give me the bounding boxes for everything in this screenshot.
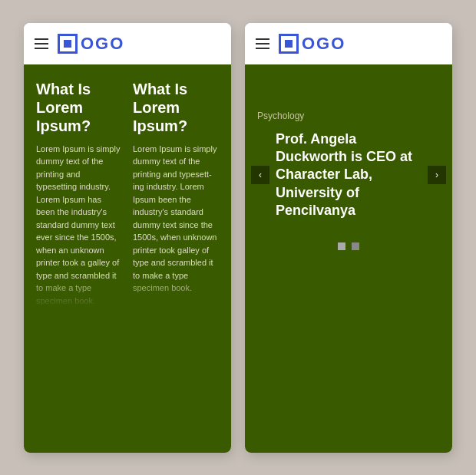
logo-text-2: OGO [302, 34, 345, 54]
two-col-layout: What Is Lorem Ipsum? Lorem Ipsum is simp… [36, 80, 219, 308]
phone-2: OGO Psychology ‹ Prof. Angela Duckworth … [245, 23, 452, 453]
carousel-content: Prof. Angela Duckworth is CEO at Charact… [273, 130, 425, 220]
green-area-2: Psychology ‹ Prof. Angela Duckworth is C… [245, 64, 452, 453]
logo-box-inner-1 [64, 40, 71, 48]
article-title-2: What Is Lorem Ipsum? [133, 80, 219, 135]
hamburger-menu-2[interactable] [256, 38, 269, 49]
logo-box-2 [279, 34, 299, 54]
carousel-wrapper: ‹ Prof. Angela Duckworth is CEO at Chara… [245, 130, 452, 220]
logo-1: OGO [58, 34, 124, 54]
category-label: Psychology [245, 111, 452, 121]
column-2: What Is Lorem Ipsum? Lorem Ipsum is simp… [133, 80, 219, 308]
logo-text-1: OGO [81, 34, 124, 54]
logo-box-1 [58, 34, 78, 54]
logo-box-inner-2 [285, 40, 293, 48]
green-area-1: What Is Lorem Ipsum? Lorem Ipsum is simp… [24, 64, 231, 453]
carousel-title: Prof. Angela Duckworth is CEO at Charact… [276, 130, 421, 220]
column-1: What Is Lorem Ipsum? Lorem Ipsum is simp… [36, 80, 122, 308]
phone-1: OGO What Is Lorem Ipsum? Lorem Ipsum is … [24, 23, 231, 453]
article-body-2: Lorem Ipsum is simply dummy text of the … [133, 143, 219, 295]
hamburger-menu-1[interactable] [35, 38, 48, 49]
navbar-1: OGO [24, 23, 231, 64]
carousel-dots [245, 242, 452, 258]
article-body-1: Lorem Ipsum is simply dummy text of the … [36, 143, 122, 308]
dot-2[interactable] [352, 242, 359, 250]
carousel-arrow-right[interactable]: › [428, 166, 446, 184]
dot-1[interactable] [338, 242, 345, 250]
carousel-arrow-left[interactable]: ‹ [251, 166, 269, 184]
article-title-1: What Is Lorem Ipsum? [36, 80, 122, 135]
logo-2: OGO [279, 34, 345, 54]
navbar-2: OGO [245, 23, 452, 64]
